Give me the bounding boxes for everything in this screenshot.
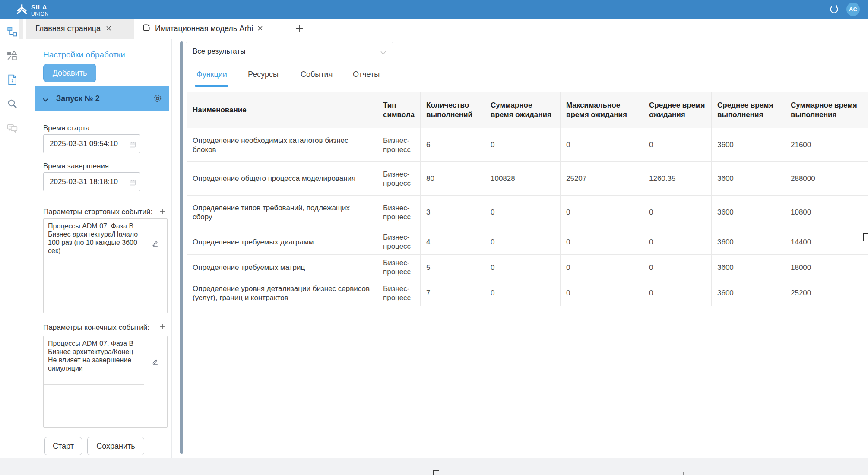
table-row: Определение общего процесса моделировани…: [187, 162, 868, 196]
start-event-text[interactable]: Процессы ADM 07. Фаза В Бизнес архитекту…: [44, 219, 144, 265]
avatar[interactable]: AC: [846, 3, 860, 16]
chevron-down-icon[interactable]: [42, 96, 49, 101]
tab-home-page[interactable]: Главная страница: [26, 19, 134, 39]
edit-pencil-icon[interactable]: [152, 358, 159, 365]
tab-resources[interactable]: Ресурсы: [248, 70, 279, 79]
search-icon[interactable]: [6, 98, 18, 110]
table-row: Определение уровня детализации бизнес се…: [187, 280, 868, 306]
end-events-list: Процессы ADM 07. Фаза В Бизнес архитекту…: [43, 336, 168, 428]
document-info-icon[interactable]: [6, 74, 18, 86]
col-header: Наименование: [187, 92, 377, 128]
edit-pencil-icon[interactable]: [152, 240, 159, 247]
table-cell: 3600: [712, 280, 785, 306]
active-tab-indicator: [195, 85, 228, 87]
table-cell: 80: [421, 162, 485, 196]
table-row: Определение требуемых диаграмм Бизнес-пр…: [187, 229, 868, 255]
table-cell: 0: [561, 280, 643, 306]
tab-label: Имитационная модель Arhi: [155, 24, 253, 33]
tab-label: Главная страница: [35, 24, 101, 33]
save-button-label: Сохранить: [96, 442, 135, 451]
new-tab-button[interactable]: [295, 25, 304, 33]
model-tab-icon: [142, 23, 151, 34]
start-time-field[interactable]: [43, 134, 140, 153]
start-event-item: Процессы ADM 07. Фаза В Бизнес архитекту…: [44, 219, 167, 313]
col-header: Тип символа: [377, 92, 421, 128]
end-events-label: Параметры конечных событий:: [43, 323, 149, 332]
table-cell: 0: [485, 196, 561, 229]
model-tree-icon[interactable]: [6, 26, 18, 38]
start-button[interactable]: Старт: [44, 437, 82, 455]
results-table: Наименование Тип символа Количество выпо…: [187, 92, 868, 306]
run-title: Запуск № 2: [56, 94, 100, 103]
calendar-icon[interactable]: [129, 179, 136, 186]
table-cell: 1260.35: [643, 162, 712, 196]
calendar-icon[interactable]: [129, 141, 136, 148]
end-event-text[interactable]: Процессы ADM 07. Фаза В Бизнес архитекту…: [44, 336, 144, 385]
table-row: Определение типов требований, подлежащих…: [187, 196, 868, 229]
table-cell: 0: [485, 280, 561, 306]
results-filter-select[interactable]: Все результаты: [186, 42, 393, 60]
col-header: Максимальное время ожидания: [561, 92, 643, 128]
comments-icon[interactable]: [6, 123, 18, 134]
table-row: Определение необходимых каталогов бизнес…: [187, 128, 868, 162]
table-cell: Определение требуемых диаграмм: [187, 229, 377, 255]
table-cell: 0: [643, 280, 712, 306]
add-start-event-icon[interactable]: [159, 208, 166, 215]
table-cell: 0: [561, 229, 643, 255]
tab-simulation-model[interactable]: Имитационная модель Arhi: [134, 19, 287, 39]
table-cell: 0: [561, 255, 643, 280]
table-cell: Определение требуемых матриц: [187, 255, 377, 280]
start-button-label: Старт: [53, 442, 74, 451]
app-window: SILA UNION AC Главная страница Имитацион…: [0, 0, 868, 475]
table-cell: 3600: [712, 229, 785, 255]
table-cell: 25207: [561, 162, 643, 196]
start-events-list: Процессы ADM 07. Фаза В Бизнес архитекту…: [43, 218, 168, 313]
table-cell: 0: [485, 229, 561, 255]
table-cell: 0: [485, 128, 561, 162]
col-header: Среднее время выполнения: [712, 92, 785, 128]
gear-icon[interactable]: [153, 94, 162, 103]
table-cell: Определение уровня детализации бизнес се…: [187, 280, 377, 306]
panel-scrollbar[interactable]: [180, 41, 183, 454]
table-cell: Определение типов требований, подлежащих…: [187, 196, 377, 229]
brand-logo: SILA UNION: [15, 2, 49, 18]
table-cell: 3600: [712, 128, 785, 162]
add-button[interactable]: Добавить: [43, 64, 96, 82]
screen-artifact: [678, 472, 684, 475]
col-header: Количество выполнений: [421, 92, 485, 128]
close-icon[interactable]: [257, 24, 263, 33]
table-cell: 14400: [785, 229, 868, 255]
table-cell: Определение необходимых каталогов бизнес…: [187, 128, 377, 162]
tab-functions[interactable]: Функции: [196, 70, 227, 79]
panel-divider: [169, 39, 169, 458]
table-cell: Бизнес-процесс: [377, 280, 421, 306]
screen-artifact: [433, 470, 439, 475]
table-cell: 18000: [785, 255, 868, 280]
refresh-icon[interactable]: [828, 3, 840, 15]
close-icon[interactable]: [106, 24, 111, 33]
table-cell: 5: [421, 255, 485, 280]
tab-events[interactable]: События: [301, 70, 333, 79]
tab-strip-lead: [19, 19, 23, 39]
shapes-icon[interactable]: [6, 50, 18, 61]
table-cell: 7: [421, 280, 485, 306]
table-cell: 0: [643, 255, 712, 280]
run-accordion-header[interactable]: Запуск № 2: [35, 86, 169, 111]
table-cell: 0: [643, 229, 712, 255]
start-time-input[interactable]: [44, 135, 127, 153]
results-filter-value: Все результаты: [193, 47, 245, 56]
col-header: Среднее время ожидания: [643, 92, 712, 128]
panel-divider-shadow: [171, 39, 172, 458]
end-time-input[interactable]: [44, 173, 127, 191]
add-end-event-icon[interactable]: [159, 323, 166, 330]
tab-reports[interactable]: Отчеты: [353, 70, 380, 79]
end-time-field[interactable]: [43, 172, 140, 191]
col-header: Суммарное время выполнения: [785, 92, 868, 128]
table-cell: Бизнес-процесс: [377, 162, 421, 196]
save-button[interactable]: Сохранить: [87, 437, 144, 455]
table-cell: 0: [561, 128, 643, 162]
top-bar: [0, 0, 868, 19]
table-cell: Бизнес-процесс: [377, 229, 421, 255]
table-cell: 100828: [485, 162, 561, 196]
avatar-initials: AC: [849, 6, 857, 13]
